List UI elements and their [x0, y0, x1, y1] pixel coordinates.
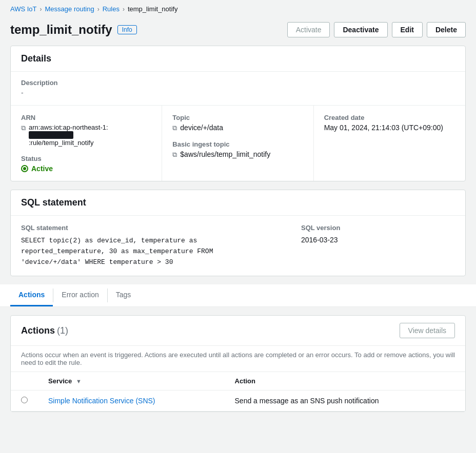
breadcrumb-sep-1: › — [40, 6, 42, 13]
sql-two-col: SQL statement SELECT topic(2) as device_… — [21, 224, 455, 267]
row-radio[interactable] — [21, 397, 28, 403]
breadcrumb-aws-iot[interactable]: AWS IoT — [10, 5, 37, 13]
sql-label: SQL statement — [21, 224, 291, 232]
page-title-area: temp_limit_notify Info — [10, 23, 137, 37]
basic-ingest-row: Basic ingest topic ⧉ $aws/rules/temp_lim… — [172, 140, 303, 159]
details-title: Details — [21, 53, 455, 64]
breadcrumb-sep-3: › — [123, 6, 125, 13]
sql-version-value: 2016-03-23 — [301, 236, 455, 244]
arn-prefix: arn:aws:iot:ap-northeast-1:redacted — [29, 123, 151, 139]
topic-row: Topic ⧉ device/+/data — [172, 114, 303, 132]
content-area: Details Description - ARN ⧉ arn:aws:iot:… — [0, 46, 476, 276]
copy-topic-icon[interactable]: ⧉ — [172, 124, 177, 132]
basic-ingest-label: Basic ingest topic — [172, 140, 303, 148]
copy-basic-ingest-icon[interactable]: ⧉ — [172, 151, 177, 159]
tab-tags[interactable]: Tags — [108, 284, 140, 306]
sql-title: SQL statement — [21, 197, 455, 208]
details-card-header: Details — [11, 46, 465, 72]
sql-card-body: SQL statement SELECT topic(2) as device_… — [11, 216, 465, 276]
status-text: Active — [31, 164, 53, 173]
sql-card-header: SQL statement — [11, 190, 465, 216]
sql-version-col: SQL version 2016-03-23 — [301, 224, 455, 267]
topic-label: Topic — [172, 114, 303, 121]
arn-value: arn:aws:iot:ap-northeast-1:redacted :rul… — [29, 123, 151, 147]
breadcrumb-rules[interactable]: Rules — [103, 5, 120, 13]
topic-value: device/+/data — [180, 123, 223, 132]
copy-arn-icon[interactable]: ⧉ — [21, 124, 26, 132]
basic-ingest-value-row: ⧉ $aws/rules/temp_limit_notify — [172, 150, 303, 159]
details-card: Details Description - ARN ⧉ arn:aws:iot:… — [10, 46, 466, 181]
status-value: Active — [21, 164, 151, 173]
edit-button[interactable]: Edit — [392, 22, 423, 37]
actions-table: Service ▼ Action Simple Notification Ser… — [11, 372, 465, 411]
actions-title: Actions — [21, 325, 55, 336]
col-action: Action — [225, 372, 465, 390]
actions-title-area: Actions (1) — [21, 325, 68, 336]
sql-card: SQL statement SQL statement SELECT topic… — [10, 190, 466, 276]
row-service-cell: Simple Notification Service (SNS) — [38, 390, 225, 411]
actions-section: Actions (1) View details Actions occur w… — [10, 315, 466, 412]
status-row: Status Active — [21, 155, 151, 173]
actions-section-header: Actions (1) View details — [11, 316, 465, 346]
row-action-cell: Send a message as an SNS push notificati… — [225, 390, 465, 411]
sql-version-label: SQL version — [301, 224, 455, 232]
tab-content-area: Actions (1) View details Actions occur w… — [0, 315, 476, 412]
description-value: - — [21, 89, 455, 97]
arn-column: ARN ⧉ arn:aws:iot:ap-northeast-1:redacte… — [11, 106, 162, 181]
arn-label: ARN — [21, 114, 151, 121]
status-dot-inner — [23, 167, 26, 170]
header-actions: Activate Deactivate Edit Delete — [287, 22, 466, 37]
description-label: Description — [21, 79, 455, 87]
status-label: Status — [21, 155, 151, 162]
service-link[interactable]: Simple Notification Service (SNS) — [48, 397, 155, 405]
delete-button[interactable]: Delete — [427, 22, 466, 37]
deactivate-button[interactable]: Deactivate — [334, 22, 387, 37]
topic-value-row: ⧉ device/+/data — [172, 123, 303, 132]
sql-value: SELECT topic(2) as device_id, temperatur… — [21, 236, 291, 267]
description-row: Description - — [11, 72, 465, 97]
info-badge[interactable]: Info — [117, 25, 137, 34]
col-select — [11, 372, 38, 390]
created-date-label: Created date — [324, 114, 455, 121]
created-date-value: May 01, 2024, 21:14:03 (UTC+09:00) — [324, 123, 455, 132]
details-grid: ARN ⧉ arn:aws:iot:ap-northeast-1:redacte… — [11, 105, 465, 181]
service-sort-icon[interactable]: ▼ — [76, 378, 82, 384]
activate-button[interactable]: Activate — [287, 22, 330, 37]
table-row: Simple Notification Service (SNS) Send a… — [11, 390, 465, 411]
actions-count-value: (1) — [57, 325, 68, 336]
tab-error-action[interactable]: Error action — [53, 284, 107, 306]
basic-ingest-value: $aws/rules/temp_limit_notify — [180, 150, 270, 158]
page-title: temp_limit_notify — [10, 23, 112, 37]
status-icon — [21, 165, 28, 172]
col-service: Service ▼ — [38, 372, 225, 390]
row-radio-cell — [11, 390, 38, 411]
breadcrumb: AWS IoT › Message routing › Rules › temp… — [0, 0, 476, 18]
actions-description: Actions occur when an event is triggered… — [11, 346, 465, 372]
arn-suffix: :rule/temp_limit_notify — [29, 139, 151, 147]
breadcrumb-current: temp_limit_notify — [128, 5, 178, 13]
page-header: temp_limit_notify Info Activate Deactiva… — [0, 18, 476, 46]
tabs-container: Actions Error action Tags — [0, 284, 476, 307]
breadcrumb-message-routing[interactable]: Message routing — [45, 5, 94, 13]
actions-table-header-row: Service ▼ Action — [11, 372, 465, 390]
arn-row: ⧉ arn:aws:iot:ap-northeast-1:redacted :r… — [21, 123, 151, 147]
topic-column: Topic ⧉ device/+/data Basic ingest topic… — [162, 106, 313, 181]
tab-actions[interactable]: Actions — [10, 284, 53, 306]
sql-statement-col: SQL statement SELECT topic(2) as device_… — [21, 224, 291, 267]
created-date-column: Created date May 01, 2024, 21:14:03 (UTC… — [314, 106, 465, 181]
view-details-button[interactable]: View details — [400, 323, 455, 338]
breadcrumb-sep-2: › — [97, 6, 100, 13]
